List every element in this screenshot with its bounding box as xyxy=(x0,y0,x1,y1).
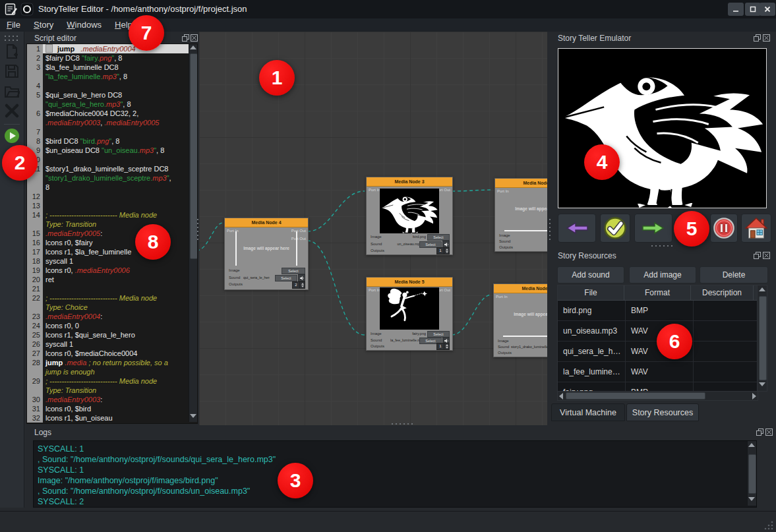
logs-scroll-thumb[interactable] xyxy=(748,454,756,494)
toolbar-separator xyxy=(4,124,20,125)
logs-float-icon[interactable] xyxy=(756,429,763,436)
run-icon[interactable] xyxy=(4,128,20,144)
port-in[interactable]: Port In xyxy=(369,188,380,192)
logs-scrollbar[interactable] xyxy=(747,441,756,506)
table-row[interactable]: la_fee_lumine…WAV xyxy=(558,362,758,382)
toolbar-drag-handle[interactable] xyxy=(3,34,20,41)
emulator-ok-button[interactable] xyxy=(600,214,630,243)
resize-grip[interactable] xyxy=(764,521,773,530)
port-out[interactable]: Port Out xyxy=(291,237,306,241)
node-title-bar[interactable]: Media Node 3 xyxy=(367,177,452,187)
resources-vscrollbar[interactable] xyxy=(757,285,767,392)
column-header-description[interactable]: Description xyxy=(691,285,754,300)
outputs-spinner[interactable]: 1 xyxy=(436,343,450,350)
column-header-format[interactable]: Format xyxy=(624,285,691,300)
emulator-back-button[interactable] xyxy=(558,214,596,243)
scroll-up-arrow[interactable] xyxy=(748,443,755,450)
media-node-5[interactable]: Media Node 5 Port In Port Out Image fair… xyxy=(366,277,453,351)
code-line: 10 xyxy=(27,155,189,164)
table-cell xyxy=(694,382,758,392)
select-sound-button[interactable]: Select xyxy=(275,275,297,281)
new-document-icon[interactable] xyxy=(4,44,20,59)
port-in[interactable]: Port In xyxy=(369,288,380,292)
code-line: 24lcons r0, 0 xyxy=(27,321,189,330)
annotation-circle-7: 7 xyxy=(129,15,164,51)
media-node-4[interactable]: Media Node 4 Port In Port Out Port Out I… xyxy=(224,218,309,290)
sound-label: Sound xyxy=(229,276,240,280)
scroll-down-arrow[interactable] xyxy=(748,497,755,504)
media-node-3[interactable]: Media Node 3 Port In Port Out Image bird… xyxy=(366,177,453,255)
add-image-button[interactable]: Add image xyxy=(629,266,696,283)
splitter-handle[interactable] xyxy=(390,422,414,425)
select-image-button[interactable]: Select xyxy=(282,268,305,274)
port-in[interactable]: Port In xyxy=(496,295,508,299)
sound-value: qui_sera_le_hero.mp3 xyxy=(243,276,270,280)
tab-virtual-machine[interactable]: Virtual Machine xyxy=(551,403,625,421)
script-editor[interactable]: 1jump .mediaEntry00042$fairy DC8 "fairy.… xyxy=(26,44,198,424)
table-cell: WAV xyxy=(626,362,694,382)
splitter-handle[interactable] xyxy=(650,244,674,247)
node-graph-canvas[interactable]: Media Node 4 Port In Port Out Port Out I… xyxy=(199,32,547,425)
splitter-handle[interactable] xyxy=(548,218,551,240)
scroll-up-arrow[interactable] xyxy=(190,45,196,52)
node-title-bar[interactable]: Media Node 5 xyxy=(367,278,452,287)
status-bar xyxy=(0,511,776,532)
script-editor-close-icon[interactable] xyxy=(191,34,198,42)
menu-item-file[interactable]: File xyxy=(0,18,27,32)
outputs-spinner[interactable]: 1 xyxy=(436,247,450,254)
sound-label: Sound xyxy=(371,242,382,246)
scroll-left-arrow[interactable] xyxy=(559,393,563,399)
select-image-button[interactable]: Select xyxy=(427,234,450,241)
emulator-display xyxy=(558,48,767,208)
scroll-right-arrow[interactable] xyxy=(752,393,756,399)
resources-hscrollbar[interactable] xyxy=(557,391,758,401)
node-title-bar[interactable]: Media Node 6 xyxy=(494,284,547,293)
emulator-home-button[interactable] xyxy=(741,214,771,243)
scroll-down-arrow[interactable] xyxy=(759,382,765,389)
close-project-icon[interactable] xyxy=(4,103,20,119)
port-in[interactable]: Port In xyxy=(497,189,509,193)
image-placeholder: Image will appear here xyxy=(237,246,296,251)
code-line: 7 xyxy=(27,127,189,136)
table-cell: BMP xyxy=(626,301,694,320)
logs-close-icon[interactable] xyxy=(765,429,773,436)
scroll-up-arrow[interactable] xyxy=(759,287,765,294)
emulator-close-icon[interactable] xyxy=(763,34,770,42)
resources-close-icon[interactable] xyxy=(763,252,770,259)
table-row[interactable]: fairy.pngBMP xyxy=(558,382,758,392)
column-header-file[interactable]: File xyxy=(558,285,624,300)
menu-item-windows[interactable]: Windows xyxy=(60,18,108,32)
image-label: Image xyxy=(371,235,382,239)
node-title-bar[interactable]: Media Node 4 xyxy=(225,218,308,227)
resources-vscroll-thumb[interactable] xyxy=(759,296,767,380)
resources-float-icon[interactable] xyxy=(754,252,761,259)
delete-button[interactable]: Delete xyxy=(700,266,768,283)
tab-story-resources[interactable]: Story Resources xyxy=(626,403,699,421)
media-node-6[interactable]: Media Node 6 Port In Image will appear h… xyxy=(493,283,547,357)
close-button[interactable] xyxy=(760,3,775,16)
save-icon[interactable] xyxy=(4,63,20,79)
resources-hscroll-thumb[interactable] xyxy=(566,392,705,399)
node-title-bar[interactable]: Media Node 2 xyxy=(495,179,547,188)
splitter-handle[interactable] xyxy=(196,218,199,240)
emulator-pause-button[interactable] xyxy=(710,214,738,243)
port-out[interactable]: Port Out xyxy=(291,229,306,233)
table-header-row[interactable]: File Format Description xyxy=(558,285,758,301)
table-row[interactable]: bird.pngBMP xyxy=(558,301,758,321)
minimize-button[interactable] xyxy=(728,3,744,16)
speaker-icon[interactable] xyxy=(298,274,305,281)
add-sound-button[interactable]: Add sound xyxy=(557,266,624,283)
script-editor-float-icon[interactable] xyxy=(182,34,189,42)
title-bar: StoryTeller Editor - /home/anthony/ostpr… xyxy=(0,0,776,18)
outputs-spinner[interactable]: 2 xyxy=(292,281,305,289)
maximize-button[interactable] xyxy=(745,3,761,16)
outputs-label: Outputs xyxy=(498,351,512,355)
scroll-down-arrow[interactable] xyxy=(190,414,196,421)
emulator-float-icon[interactable] xyxy=(754,34,761,42)
image-placeholder: Image will appear here xyxy=(506,312,547,316)
open-folder-icon[interactable] xyxy=(4,83,20,99)
media-node-2[interactable]: Media Node 2 Port In Image will appear h… xyxy=(494,178,547,252)
port-in[interactable]: Port In xyxy=(227,229,239,233)
emulator-forward-button[interactable] xyxy=(634,214,672,243)
menu-item-story[interactable]: Story xyxy=(27,18,60,32)
